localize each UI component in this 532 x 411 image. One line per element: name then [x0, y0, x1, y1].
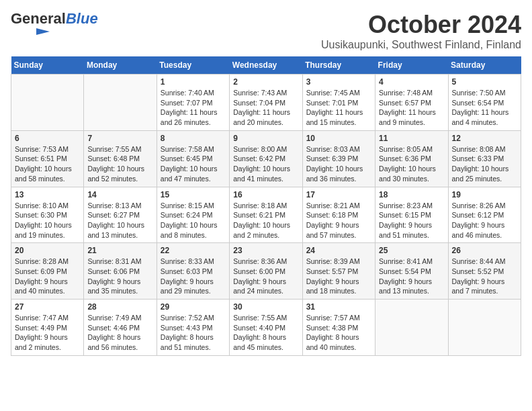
logo: GeneralBlue [11, 11, 98, 39]
weekday-header: Tuesday [157, 56, 229, 75]
calendar-cell: 6Sunrise: 7:53 AM Sunset: 6:51 PM Daylig… [11, 130, 84, 187]
cell-info: Sunrise: 7:45 AM Sunset: 7:01 PM Dayligh… [306, 88, 371, 128]
calendar-week-row: 27Sunrise: 7:47 AM Sunset: 4:49 PM Dayli… [11, 300, 521, 356]
cell-info: Sunrise: 7:52 AM Sunset: 4:43 PM Dayligh… [161, 313, 226, 353]
logo-icon [11, 27, 51, 36]
calendar-week-row: 6Sunrise: 7:53 AM Sunset: 6:51 PM Daylig… [11, 130, 521, 187]
day-number: 1 [161, 77, 226, 87]
calendar-cell: 31Sunrise: 7:57 AM Sunset: 4:38 PM Dayli… [302, 300, 375, 356]
calendar-cell: 25Sunrise: 8:41 AM Sunset: 5:54 PM Dayli… [375, 243, 448, 300]
cell-info: Sunrise: 7:48 AM Sunset: 6:57 PM Dayligh… [379, 88, 444, 128]
day-number: 2 [233, 77, 298, 87]
day-number: 12 [452, 134, 517, 143]
calendar-cell: 1Sunrise: 7:40 AM Sunset: 7:07 PM Daylig… [157, 75, 229, 131]
cell-info: Sunrise: 7:47 AM Sunset: 4:49 PM Dayligh… [15, 313, 80, 353]
cell-info: Sunrise: 8:33 AM Sunset: 6:03 PM Dayligh… [161, 257, 226, 296]
weekday-header-row: SundayMondayTuesdayWednesdayThursdayFrid… [11, 56, 521, 75]
cell-info: Sunrise: 8:10 AM Sunset: 6:30 PM Dayligh… [15, 201, 80, 240]
day-number: 27 [15, 302, 80, 312]
cell-info: Sunrise: 7:49 AM Sunset: 4:46 PM Dayligh… [87, 313, 152, 353]
day-number: 31 [306, 302, 371, 312]
cell-info: Sunrise: 8:39 AM Sunset: 5:57 PM Dayligh… [306, 257, 371, 296]
calendar-cell: 13Sunrise: 8:10 AM Sunset: 6:30 PM Dayli… [11, 187, 84, 243]
calendar-cell: 9Sunrise: 8:00 AM Sunset: 6:42 PM Daylig… [230, 130, 302, 187]
calendar-cell: 30Sunrise: 7:55 AM Sunset: 4:40 PM Dayli… [230, 300, 302, 356]
svg-marker-0 [36, 28, 50, 35]
calendar-cell: 18Sunrise: 8:23 AM Sunset: 6:15 PM Dayli… [375, 187, 448, 243]
calendar-week-row: 20Sunrise: 8:28 AM Sunset: 6:09 PM Dayli… [11, 243, 521, 300]
title-area: October 2024 Uusikaupunki, Southwest Fin… [321, 11, 521, 51]
location: Uusikaupunki, Southwest Finland, Finland [321, 39, 521, 51]
weekday-header: Sunday [11, 56, 84, 75]
cell-info: Sunrise: 8:05 AM Sunset: 6:36 PM Dayligh… [379, 144, 444, 184]
day-number: 19 [452, 190, 517, 199]
cell-info: Sunrise: 8:08 AM Sunset: 6:33 PM Dayligh… [452, 144, 517, 184]
day-number: 9 [233, 134, 298, 143]
day-number: 6 [15, 134, 80, 143]
calendar-cell: 19Sunrise: 8:26 AM Sunset: 6:12 PM Dayli… [448, 187, 521, 243]
cell-info: Sunrise: 8:26 AM Sunset: 6:12 PM Dayligh… [452, 201, 517, 240]
calendar-cell: 14Sunrise: 8:13 AM Sunset: 6:27 PM Dayli… [84, 187, 157, 243]
calendar-cell [375, 300, 448, 356]
cell-info: Sunrise: 8:18 AM Sunset: 6:21 PM Dayligh… [233, 201, 298, 240]
day-number: 7 [87, 134, 152, 143]
logo-general: General [11, 10, 66, 27]
day-number: 28 [87, 302, 152, 312]
calendar-cell: 5Sunrise: 7:50 AM Sunset: 6:54 PM Daylig… [448, 75, 521, 131]
cell-info: Sunrise: 7:55 AM Sunset: 4:40 PM Dayligh… [233, 313, 298, 353]
weekday-header: Thursday [302, 56, 375, 75]
day-number: 14 [87, 190, 152, 199]
cell-info: Sunrise: 8:13 AM Sunset: 6:27 PM Dayligh… [87, 201, 152, 240]
calendar-cell: 2Sunrise: 7:43 AM Sunset: 7:04 PM Daylig… [230, 75, 302, 131]
calendar-cell: 28Sunrise: 7:49 AM Sunset: 4:46 PM Dayli… [84, 300, 157, 356]
day-number: 20 [15, 246, 80, 255]
day-number: 3 [306, 77, 371, 87]
cell-info: Sunrise: 7:53 AM Sunset: 6:51 PM Dayligh… [15, 144, 80, 184]
day-number: 23 [233, 246, 298, 255]
cell-info: Sunrise: 8:36 AM Sunset: 6:00 PM Dayligh… [233, 257, 298, 296]
cell-info: Sunrise: 8:15 AM Sunset: 6:24 PM Dayligh… [161, 201, 226, 240]
logo-blue: Blue [66, 10, 98, 27]
day-number: 26 [452, 246, 517, 255]
cell-info: Sunrise: 8:23 AM Sunset: 6:15 PM Dayligh… [379, 201, 444, 240]
calendar-cell [448, 300, 521, 356]
day-number: 16 [233, 190, 298, 199]
calendar-cell: 11Sunrise: 8:05 AM Sunset: 6:36 PM Dayli… [375, 130, 448, 187]
cell-info: Sunrise: 8:21 AM Sunset: 6:18 PM Dayligh… [306, 201, 371, 240]
day-number: 21 [87, 246, 152, 255]
cell-info: Sunrise: 8:03 AM Sunset: 6:39 PM Dayligh… [306, 144, 371, 184]
calendar-cell: 4Sunrise: 7:48 AM Sunset: 6:57 PM Daylig… [375, 75, 448, 131]
day-number: 13 [15, 190, 80, 199]
calendar-cell: 7Sunrise: 7:55 AM Sunset: 6:48 PM Daylig… [84, 130, 157, 187]
day-number: 24 [306, 246, 371, 255]
cell-info: Sunrise: 8:28 AM Sunset: 6:09 PM Dayligh… [15, 257, 80, 296]
calendar-cell: 17Sunrise: 8:21 AM Sunset: 6:18 PM Dayli… [302, 187, 375, 243]
weekday-header: Saturday [448, 56, 521, 75]
cell-info: Sunrise: 8:44 AM Sunset: 5:52 PM Dayligh… [452, 257, 517, 296]
cell-info: Sunrise: 8:41 AM Sunset: 5:54 PM Dayligh… [379, 257, 444, 296]
day-number: 25 [379, 246, 444, 255]
calendar-cell: 3Sunrise: 7:45 AM Sunset: 7:01 PM Daylig… [302, 75, 375, 131]
day-number: 17 [306, 190, 371, 199]
day-number: 18 [379, 190, 444, 199]
day-number: 10 [306, 134, 371, 143]
cell-info: Sunrise: 7:58 AM Sunset: 6:45 PM Dayligh… [161, 144, 226, 184]
day-number: 11 [379, 134, 444, 143]
calendar-cell: 29Sunrise: 7:52 AM Sunset: 4:43 PM Dayli… [157, 300, 229, 356]
day-number: 15 [161, 190, 226, 199]
calendar-cell: 8Sunrise: 7:58 AM Sunset: 6:45 PM Daylig… [157, 130, 229, 187]
calendar-cell: 12Sunrise: 8:08 AM Sunset: 6:33 PM Dayli… [448, 130, 521, 187]
calendar-cell: 10Sunrise: 8:03 AM Sunset: 6:39 PM Dayli… [302, 130, 375, 187]
cell-info: Sunrise: 8:31 AM Sunset: 6:06 PM Dayligh… [87, 257, 152, 296]
weekday-header: Friday [375, 56, 448, 75]
calendar-table: SundayMondayTuesdayWednesdayThursdayFrid… [11, 56, 521, 356]
calendar-cell: 21Sunrise: 8:31 AM Sunset: 6:06 PM Dayli… [84, 243, 157, 300]
calendar-week-row: 1Sunrise: 7:40 AM Sunset: 7:07 PM Daylig… [11, 75, 521, 131]
day-number: 29 [161, 302, 226, 312]
calendar-cell: 23Sunrise: 8:36 AM Sunset: 6:00 PM Dayli… [230, 243, 302, 300]
cell-info: Sunrise: 7:43 AM Sunset: 7:04 PM Dayligh… [233, 88, 298, 128]
calendar-cell: 22Sunrise: 8:33 AM Sunset: 6:03 PM Dayli… [157, 243, 229, 300]
day-number: 30 [233, 302, 298, 312]
month-title: October 2024 [321, 11, 521, 39]
calendar-cell [11, 75, 84, 131]
